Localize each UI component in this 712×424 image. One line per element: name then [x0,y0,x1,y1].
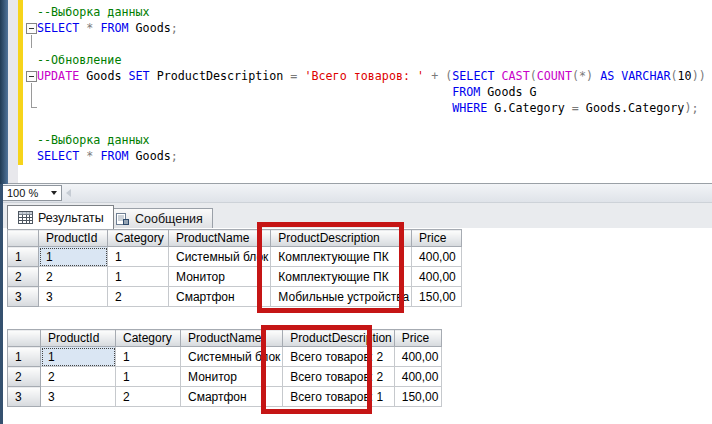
code-line[interactable] [37,36,706,52]
grid-cell[interactable]: 1 [41,347,116,367]
grid-cell[interactable]: 1 [116,367,181,387]
table-row: 111Системный блокВсего товаров: 2400,00 [8,347,442,367]
grid-cell[interactable]: 2 [116,387,181,407]
code-token: ( [572,69,579,83]
editor-indicator-margin [8,0,18,183]
code-token: Goods [129,149,171,163]
tab-results[interactable]: Результаты [7,205,114,229]
code-area[interactable]: --Выборка данныхSELECT * FROM Goods;--Об… [37,4,706,164]
code-line[interactable]: FROM Goods G [37,84,706,100]
tab-messages-label: Сообщения [135,212,203,226]
grid-cell[interactable]: 400,00 [412,247,462,267]
code-token: )) [692,69,706,83]
grid-cell[interactable]: 2 [39,267,108,287]
code-line[interactable]: --Выборка данных [37,132,706,148]
grid-cell[interactable]: 2 [41,367,116,387]
code-token: --Выборка данных [37,5,150,19]
column-header-productname[interactable]: ProductName [169,230,271,247]
column-header-productid[interactable]: ProductId [39,230,108,247]
corner-cell[interactable] [8,230,39,247]
grid-cell[interactable]: 3 [39,287,108,307]
column-header-price[interactable]: Price [394,330,441,347]
code-token: ; [171,21,178,35]
corner-cell[interactable] [8,330,41,347]
code-token: AS [600,69,614,83]
code-line[interactable]: SELECT * FROM Goods; [37,148,706,164]
column-header-category[interactable]: Category [116,330,181,347]
window-frame-edge [0,0,8,184]
code-token: Goods.Category [579,101,685,115]
column-header-category[interactable]: Category [108,230,169,247]
highlight-annotation-1 [257,222,404,313]
grid-cell[interactable]: 1 [108,267,169,287]
grid-cell[interactable]: 150,00 [394,387,441,407]
row-header[interactable]: 3 [8,287,39,307]
grid-cell[interactable]: 3 [41,387,116,407]
fold-collapse-box[interactable] [26,23,37,34]
code-line[interactable] [37,116,706,132]
grid-cell[interactable]: Монитор [169,267,271,287]
code-line[interactable]: SELECT * FROM Goods; [37,20,706,36]
code-token: ); [684,101,698,115]
code-token: ( [530,69,537,83]
editor-bottom-bar: 100 % [0,184,712,202]
code-token: = [572,101,579,115]
grid-cell[interactable]: 150,00 [412,287,462,307]
code-token: CAST [502,69,530,83]
code-token: 'Всего товаров: ' [304,69,424,83]
grid-cell[interactable]: 400,00 [394,347,441,367]
grid-cell[interactable]: 1 [108,247,169,267]
sql-editor[interactable]: --Выборка данныхSELECT * FROM Goods;--Об… [0,0,712,184]
zoom-level-value: 100 % [2,187,51,199]
grid-cell[interactable]: 400,00 [412,267,462,287]
zoom-level-dropdown[interactable]: 100 % [1,185,62,201]
code-token: ( [671,69,678,83]
row-header[interactable]: 3 [8,387,41,407]
code-token: WHERE [452,101,487,115]
outline-guide-line [31,35,32,48]
code-token: SELECT [37,21,79,35]
code-token: UPDATE [37,69,79,83]
chevron-down-icon[interactable] [51,191,57,195]
row-header[interactable]: 1 [8,347,41,367]
code-line[interactable]: WHERE G.Category = Goods.Category); [37,100,706,116]
tab-results-label: Результаты [38,211,104,225]
grid-cell[interactable]: Смартфон [169,287,271,307]
grid-cell[interactable]: 2 [108,287,169,307]
code-token: --Обновление [37,53,121,67]
result-grid-2: ProductIdCategoryProductNameProductDescr… [7,329,442,407]
code-line[interactable]: --Выборка данных [37,4,706,20]
row-header[interactable]: 1 [8,247,39,267]
code-token: 10 [678,69,692,83]
scroll-left-icon[interactable] [66,189,71,197]
tab-messages[interactable]: Сообщения [104,208,213,229]
code-token [495,69,502,83]
column-header-productid[interactable]: ProductId [41,330,116,347]
code-token: COUNT [537,69,572,83]
grid-cell[interactable]: 1 [39,247,108,267]
grid-cell[interactable]: Системный блок [169,247,271,267]
outline-guide-line [31,83,32,107]
code-token: ; [171,149,178,163]
code-token: SELECT [37,149,79,163]
table-row: 332СмартфонВсего товаров: 1150,00 [8,387,442,407]
table-row: 221МониторВсего товаров: 2400,00 [8,367,442,387]
code-line[interactable]: UPDATE Goods SET ProductDescription = 'В… [37,68,706,84]
row-header[interactable]: 2 [8,267,39,287]
highlight-annotation-2 [261,325,372,414]
messages-icon [114,212,130,226]
row-header[interactable]: 2 [8,367,41,387]
grid-cell[interactable]: 1 [116,347,181,367]
fold-collapse-box[interactable] [26,71,37,82]
ssms-query-window: --Выборка данныхSELECT * FROM Goods;--Об… [0,0,712,424]
grid-cell[interactable]: 400,00 [394,367,441,387]
code-line[interactable]: --Обновление [37,52,706,68]
change-tracking-bar [18,0,23,165]
results-grid-icon [17,211,33,225]
results-table: ProductIdCategoryProductNameProductDescr… [7,329,442,407]
code-token: --Выборка данных [37,133,150,147]
code-token: * [579,69,586,83]
column-header-price[interactable]: Price [412,230,462,247]
code-token: FROM [452,85,480,99]
code-token: FROM [100,149,128,163]
